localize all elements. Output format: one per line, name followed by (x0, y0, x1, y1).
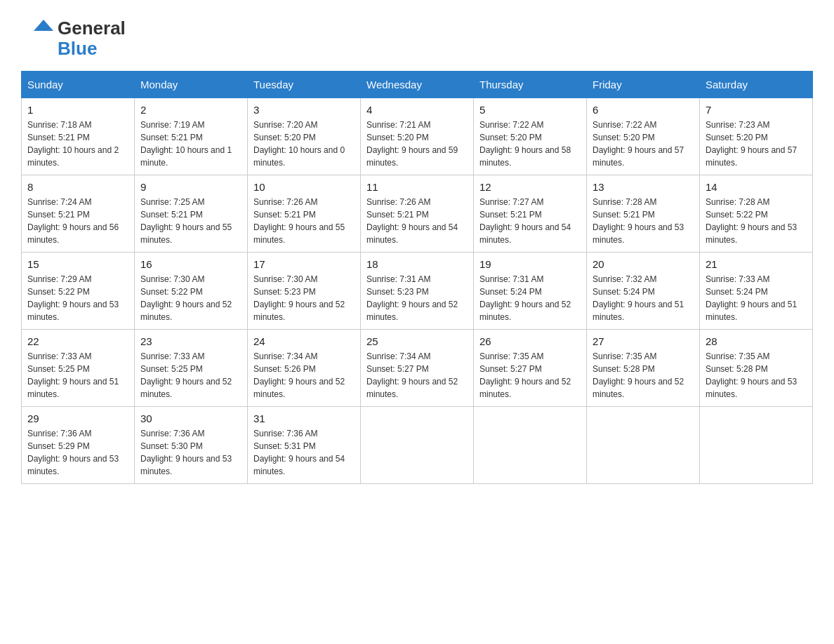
day-number: 12 (479, 181, 581, 193)
day-info: Sunrise: 7:27 AMSunset: 5:21 PMDaylight:… (479, 197, 571, 245)
day-info: Sunrise: 7:28 AMSunset: 5:21 PMDaylight:… (593, 197, 684, 245)
table-row: 22 Sunrise: 7:33 AMSunset: 5:25 PMDaylig… (22, 330, 135, 407)
table-row: 9 Sunrise: 7:25 AMSunset: 5:21 PMDayligh… (135, 175, 248, 253)
table-row: 31 Sunrise: 7:36 AMSunset: 5:31 PMDaylig… (248, 407, 361, 484)
col-thursday: Thursday (474, 72, 587, 98)
day-info: Sunrise: 7:33 AMSunset: 5:24 PMDaylight:… (706, 274, 797, 322)
table-row: 24 Sunrise: 7:34 AMSunset: 5:26 PMDaylig… (248, 330, 361, 407)
day-info: Sunrise: 7:28 AMSunset: 5:22 PMDaylight:… (706, 197, 797, 245)
table-row: 26 Sunrise: 7:35 AMSunset: 5:27 PMDaylig… (474, 330, 587, 407)
day-number: 17 (253, 258, 355, 270)
day-number: 3 (253, 104, 355, 116)
calendar-week-row: 1 Sunrise: 7:18 AMSunset: 5:21 PMDayligh… (22, 98, 813, 175)
calendar-week-row: 15 Sunrise: 7:29 AMSunset: 5:22 PMDaylig… (22, 253, 813, 330)
table-row: 16 Sunrise: 7:30 AMSunset: 5:22 PMDaylig… (135, 253, 248, 330)
table-row: 14 Sunrise: 7:28 AMSunset: 5:22 PMDaylig… (700, 175, 813, 253)
logo: General Blue (21, 14, 126, 58)
day-number: 2 (140, 104, 241, 116)
table-row: 7 Sunrise: 7:23 AMSunset: 5:20 PMDayligh… (700, 98, 813, 175)
table-row (700, 407, 813, 484)
day-number: 25 (366, 335, 468, 347)
day-info: Sunrise: 7:20 AMSunset: 5:20 PMDaylight:… (253, 120, 345, 168)
day-number: 29 (27, 412, 128, 424)
calendar-header-row: Sunday Monday Tuesday Wednesday Thursday… (22, 72, 813, 98)
table-row: 11 Sunrise: 7:26 AMSunset: 5:21 PMDaylig… (361, 175, 474, 253)
day-info: Sunrise: 7:36 AMSunset: 5:29 PMDaylight:… (27, 429, 119, 476)
table-row: 12 Sunrise: 7:27 AMSunset: 5:21 PMDaylig… (474, 175, 587, 253)
table-row: 2 Sunrise: 7:19 AMSunset: 5:21 PMDayligh… (135, 98, 248, 175)
table-row (361, 407, 474, 484)
day-info: Sunrise: 7:26 AMSunset: 5:21 PMDaylight:… (253, 197, 345, 245)
day-info: Sunrise: 7:35 AMSunset: 5:28 PMDaylight:… (593, 351, 684, 399)
day-number: 27 (593, 335, 694, 347)
table-row: 17 Sunrise: 7:30 AMSunset: 5:23 PMDaylig… (248, 253, 361, 330)
day-number: 18 (366, 258, 468, 270)
table-row: 4 Sunrise: 7:21 AMSunset: 5:20 PMDayligh… (361, 98, 474, 175)
table-row: 10 Sunrise: 7:26 AMSunset: 5:21 PMDaylig… (248, 175, 361, 253)
day-number: 31 (253, 412, 355, 424)
day-number: 6 (593, 104, 694, 116)
day-info: Sunrise: 7:22 AMSunset: 5:20 PMDaylight:… (593, 120, 684, 168)
day-number: 20 (593, 258, 694, 270)
day-info: Sunrise: 7:26 AMSunset: 5:21 PMDaylight:… (366, 197, 458, 245)
table-row (474, 407, 587, 484)
day-number: 30 (140, 412, 241, 424)
day-info: Sunrise: 7:31 AMSunset: 5:23 PMDaylight:… (366, 274, 458, 322)
table-row: 23 Sunrise: 7:33 AMSunset: 5:25 PMDaylig… (135, 330, 248, 407)
day-info: Sunrise: 7:19 AMSunset: 5:21 PMDaylight:… (140, 120, 232, 168)
day-number: 1 (27, 104, 128, 116)
table-row: 29 Sunrise: 7:36 AMSunset: 5:29 PMDaylig… (22, 407, 135, 484)
table-row: 3 Sunrise: 7:20 AMSunset: 5:20 PMDayligh… (248, 98, 361, 175)
day-info: Sunrise: 7:21 AMSunset: 5:20 PMDaylight:… (366, 120, 458, 168)
col-wednesday: Wednesday (361, 72, 474, 98)
day-number: 23 (140, 335, 241, 347)
page-header: General Blue (21, 14, 813, 58)
day-info: Sunrise: 7:36 AMSunset: 5:30 PMDaylight:… (140, 429, 232, 476)
day-info: Sunrise: 7:34 AMSunset: 5:26 PMDaylight:… (253, 351, 345, 399)
day-info: Sunrise: 7:25 AMSunset: 5:21 PMDaylight:… (140, 197, 232, 245)
day-number: 28 (706, 335, 807, 347)
day-number: 11 (366, 181, 468, 193)
table-row: 21 Sunrise: 7:33 AMSunset: 5:24 PMDaylig… (700, 253, 813, 330)
logo-icon (21, 18, 56, 48)
logo-blue: Blue (58, 39, 126, 59)
day-info: Sunrise: 7:23 AMSunset: 5:20 PMDaylight:… (706, 120, 797, 168)
day-info: Sunrise: 7:22 AMSunset: 5:20 PMDaylight:… (479, 120, 571, 168)
calendar-week-row: 22 Sunrise: 7:33 AMSunset: 5:25 PMDaylig… (22, 330, 813, 407)
table-row (587, 407, 700, 484)
day-info: Sunrise: 7:32 AMSunset: 5:24 PMDaylight:… (593, 274, 684, 322)
day-info: Sunrise: 7:34 AMSunset: 5:27 PMDaylight:… (366, 351, 458, 399)
day-number: 14 (706, 181, 807, 193)
table-row: 8 Sunrise: 7:24 AMSunset: 5:21 PMDayligh… (22, 175, 135, 253)
col-saturday: Saturday (700, 72, 813, 98)
day-info: Sunrise: 7:29 AMSunset: 5:22 PMDaylight:… (27, 274, 119, 322)
day-number: 8 (27, 181, 128, 193)
day-number: 22 (27, 335, 128, 347)
table-row: 20 Sunrise: 7:32 AMSunset: 5:24 PMDaylig… (587, 253, 700, 330)
table-row: 19 Sunrise: 7:31 AMSunset: 5:24 PMDaylig… (474, 253, 587, 330)
day-number: 19 (479, 258, 581, 270)
day-number: 5 (479, 104, 581, 116)
day-number: 21 (706, 258, 807, 270)
table-row: 27 Sunrise: 7:35 AMSunset: 5:28 PMDaylig… (587, 330, 700, 407)
calendar-week-row: 8 Sunrise: 7:24 AMSunset: 5:21 PMDayligh… (22, 175, 813, 253)
table-row: 18 Sunrise: 7:31 AMSunset: 5:23 PMDaylig… (361, 253, 474, 330)
day-number: 15 (27, 258, 128, 270)
day-number: 7 (706, 104, 807, 116)
day-number: 16 (140, 258, 241, 270)
col-tuesday: Tuesday (248, 72, 361, 98)
table-row: 28 Sunrise: 7:35 AMSunset: 5:28 PMDaylig… (700, 330, 813, 407)
svg-rect-0 (21, 18, 56, 48)
day-number: 13 (593, 181, 694, 193)
calendar-table: Sunday Monday Tuesday Wednesday Thursday… (21, 71, 813, 484)
col-sunday: Sunday (22, 72, 135, 98)
table-row: 15 Sunrise: 7:29 AMSunset: 5:22 PMDaylig… (22, 253, 135, 330)
day-info: Sunrise: 7:24 AMSunset: 5:21 PMDaylight:… (27, 197, 119, 245)
day-info: Sunrise: 7:36 AMSunset: 5:31 PMDaylight:… (253, 429, 345, 476)
table-row: 13 Sunrise: 7:28 AMSunset: 5:21 PMDaylig… (587, 175, 700, 253)
day-info: Sunrise: 7:35 AMSunset: 5:28 PMDaylight:… (706, 351, 797, 399)
logo-general: General (58, 18, 126, 39)
day-number: 10 (253, 181, 355, 193)
day-number: 9 (140, 181, 241, 193)
day-info: Sunrise: 7:31 AMSunset: 5:24 PMDaylight:… (479, 274, 571, 322)
